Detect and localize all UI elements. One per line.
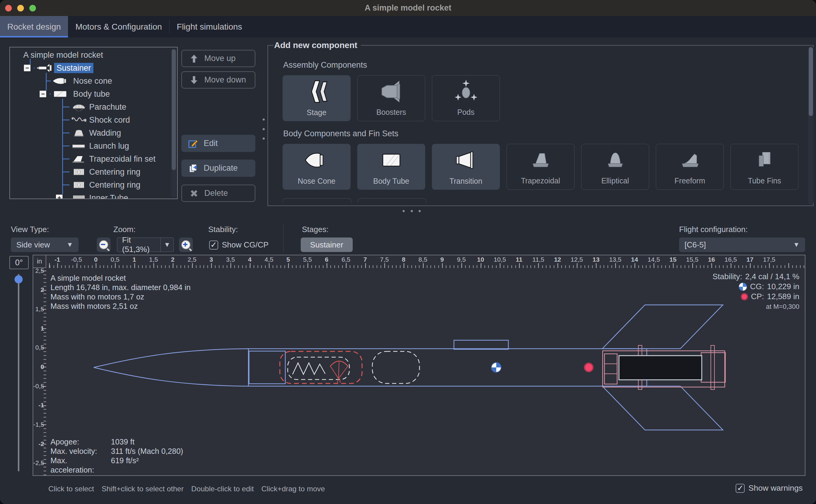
zoom-level-combo[interactable]: Fit (51,3%) ▼ [117, 237, 174, 252]
fin-tab-rear-outline [711, 345, 714, 389]
rotation-angle-box[interactable]: 0° [9, 256, 29, 269]
tile-label-tube-fins: Tube Fins [748, 176, 781, 185]
stability-value: 2,4 cal / 14,1 % [745, 272, 799, 282]
titlebar: A simple model rocket [0, 0, 816, 16]
tile-label-pods: Pods [457, 108, 474, 117]
boosters-icon [375, 76, 408, 108]
tree-root-item[interactable]: A simple model rocket [21, 50, 105, 60]
add-elliptical-button[interactable]: Elliptical [581, 144, 649, 190]
zoom-in-button[interactable] [179, 237, 193, 252]
delete-button[interactable]: Delete [181, 185, 255, 202]
fin-bottom-outline[interactable] [602, 386, 723, 430]
duplicate-button[interactable]: Duplicate [181, 160, 255, 177]
show-warnings-checkbox[interactable]: ✓ [736, 484, 745, 493]
stage-toggle-sustainer[interactable]: Sustainer [301, 237, 353, 252]
stage-icon [300, 75, 333, 108]
partial-tile[interactable] [358, 198, 426, 203]
tab-rocket-design[interactable]: Rocket design [0, 16, 68, 37]
arrow-down-icon [189, 75, 199, 86]
zoom-out-button[interactable] [97, 237, 111, 252]
partial-tile[interactable] [283, 198, 351, 203]
window-scrollbar[interactable] [808, 45, 814, 205]
tree-item-sustainer[interactable]: Sustainer [54, 63, 93, 73]
nose-cone-outline[interactable] [94, 349, 248, 386]
add-freeform-button[interactable]: Freeform [656, 144, 724, 190]
edit-label: Edit [204, 139, 218, 148]
add-boosters-button[interactable]: Boosters [357, 75, 425, 121]
stages-label: Stages: [302, 225, 329, 234]
tree-scrollbar-thumb[interactable] [172, 49, 176, 170]
rocket-mass-motors-text: Mass with motors 2,51 oz [50, 302, 191, 311]
wadding-icon [70, 128, 88, 138]
add-stage-button[interactable]: Stage [283, 75, 351, 121]
body-tube-icon [51, 89, 69, 99]
tree-item-wadding[interactable]: Wadding [87, 128, 124, 138]
tree-item-launch-lug[interactable]: Launch lug [87, 141, 131, 151]
launch-lug-outline[interactable] [454, 340, 508, 349]
shock-cord-zigzag [293, 363, 325, 374]
centering-ring-outline[interactable] [604, 354, 617, 384]
add-nose-cone-button[interactable]: Nose Cone [283, 144, 351, 190]
view-type-dropdown[interactable]: Side view ▼ [11, 237, 79, 252]
engine-block-outline[interactable] [701, 353, 725, 382]
add-tube-fins-button[interactable]: Tube Fins [730, 144, 798, 190]
edit-button[interactable]: Edit [181, 135, 255, 152]
tree-item-shock-cord[interactable]: Shock cord [87, 115, 132, 125]
tile-row-1: Nose ConeBody TubeTransitionTrapezoidalE… [283, 144, 798, 190]
nose-shoulder-outline[interactable] [249, 351, 285, 384]
move-down-button[interactable]: Move down [181, 71, 255, 89]
tree-item-inner-tube[interactable]: Inner Tube [87, 193, 131, 199]
stability-block: Stability:2,4 cal / 14,1 % CG:10,229 in … [713, 272, 800, 312]
tree-expander-collapse[interactable]: − [24, 64, 31, 72]
add-transition-button[interactable]: Transition [432, 144, 500, 190]
centering-ring-icon [70, 166, 88, 177]
tree-expander-expand[interactable]: + [56, 194, 63, 199]
freeform-fin-icon [673, 144, 707, 176]
velocity-caption: Max. velocity: [50, 447, 111, 456]
window-title: A simple model rocket [0, 0, 816, 16]
vertical-splitter-handle[interactable] [262, 118, 265, 140]
tree-item-parachute[interactable]: Parachute [87, 102, 129, 112]
tree-item-trapezoidal-fin-set[interactable]: Trapezoidal fin set [87, 154, 158, 164]
chevron-down-icon: ▼ [160, 238, 173, 252]
rocket-mass-empty-text: Mass with no motors 1,7 oz [50, 292, 191, 302]
rotation-slider-thumb[interactable] [15, 275, 23, 283]
flight-data-block: Apogee:1039 ft Max. velocity:311 ft/s (M… [50, 437, 183, 475]
show-warnings-label: Show warnings [748, 483, 803, 493]
add-trapezoidal-button[interactable]: Trapezoidal [507, 144, 575, 190]
flight-config-dropdown[interactable]: [C6-5] ▼ [679, 237, 805, 252]
tile-label-nose-cone: Nose Cone [298, 177, 335, 186]
tree-item-centering-ring[interactable]: Centering ring [87, 167, 143, 177]
acceleration-caption: Max. acceleration: [50, 456, 111, 475]
fin-top-outline[interactable] [602, 305, 723, 349]
wadding-outline[interactable] [372, 351, 419, 383]
tile-label-elliptical: Elliptical [601, 176, 629, 185]
add-pods-button[interactable]: Pods [432, 75, 500, 121]
horizontal-resize-handle[interactable] [403, 210, 421, 212]
tab-flight-simulations[interactable]: Flight simulations [170, 16, 249, 37]
cp-value: 12,589 in [767, 292, 799, 302]
tab-motors-configuration[interactable]: Motors & Configuration [68, 16, 169, 37]
show-cgcp-checkbox[interactable]: ✓ [209, 241, 218, 250]
tile-row-0: StageBoostersPods [283, 75, 798, 121]
rocket-canvas[interactable]: -1-0,500,511,522,533,544,555,566,577,588… [33, 255, 805, 476]
tree-scrollbar[interactable] [171, 49, 176, 197]
tree-item-centering-ring[interactable]: Centering ring [87, 180, 143, 190]
tile-label-stage: Stage [307, 108, 326, 117]
stability-caption: Stability: [713, 272, 742, 282]
tree-item-nose-cone[interactable]: Nose cone [71, 76, 115, 86]
move-up-button[interactable]: Move up [181, 50, 255, 67]
duplicate-copy-icon [188, 163, 199, 174]
window-scrollbar-thumb[interactable] [809, 47, 813, 116]
tile-label-freeform: Freeform [675, 176, 705, 185]
status-hints: Click to select Shift+click to select ot… [48, 485, 325, 493]
tree-item-body-tube[interactable]: Body tube [71, 89, 112, 99]
cg-value: 10,229 in [767, 282, 799, 292]
add-body-tube-button[interactable]: Body Tube [357, 144, 425, 190]
move-down-label: Move down [204, 75, 246, 85]
cp-marker [584, 363, 593, 372]
tree-expander-collapse[interactable]: − [39, 90, 47, 98]
duplicate-label: Duplicate [204, 163, 238, 173]
rotation-slider-track[interactable] [18, 274, 19, 471]
motor-c6-5[interactable] [619, 356, 702, 380]
